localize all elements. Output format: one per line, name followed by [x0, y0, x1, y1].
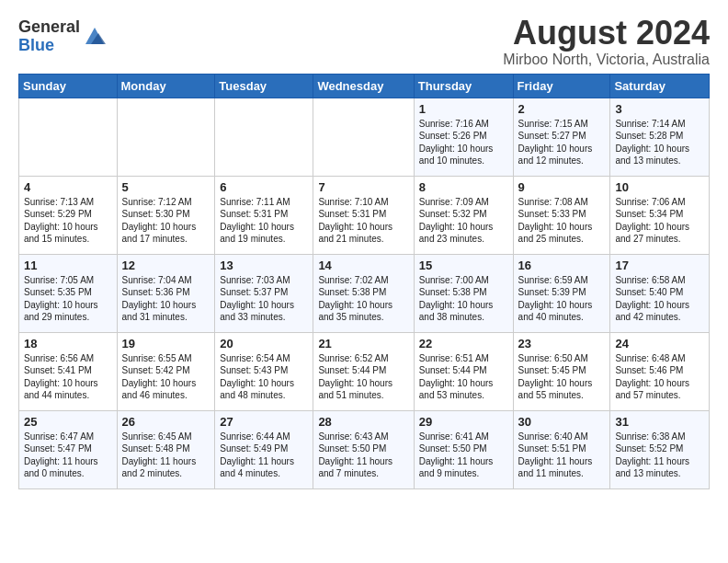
calendar-cell: [117, 98, 215, 176]
calendar-cell: 11Sunrise: 7:05 AM Sunset: 5:35 PM Dayli…: [19, 254, 118, 332]
calendar-cell: 17Sunrise: 6:58 AM Sunset: 5:40 PM Dayli…: [610, 254, 710, 332]
calendar-cell: 15Sunrise: 7:00 AM Sunset: 5:38 PM Dayli…: [414, 254, 513, 332]
day-info: Sunrise: 7:14 AM Sunset: 5:28 PM Dayligh…: [615, 119, 689, 167]
logo-blue: Blue: [18, 37, 80, 55]
logo: General Blue: [18, 18, 108, 55]
day-number: 28: [318, 415, 408, 429]
day-info: Sunrise: 6:55 AM Sunset: 5:42 PM Dayligh…: [122, 353, 197, 401]
header-cell-saturday: Saturday: [610, 74, 710, 98]
calendar-cell: 5Sunrise: 7:12 AM Sunset: 5:30 PM Daylig…: [117, 176, 215, 254]
calendar-cell: 28Sunrise: 6:43 AM Sunset: 5:50 PM Dayli…: [313, 410, 414, 488]
day-info: Sunrise: 7:12 AM Sunset: 5:30 PM Dayligh…: [122, 197, 197, 245]
day-info: Sunrise: 6:41 AM Sunset: 5:50 PM Dayligh…: [419, 431, 494, 479]
day-number: 25: [24, 415, 112, 429]
calendar-body: 1Sunrise: 7:16 AM Sunset: 5:26 PM Daylig…: [19, 98, 710, 488]
day-info: Sunrise: 6:56 AM Sunset: 5:41 PM Dayligh…: [24, 353, 98, 401]
day-number: 4: [24, 180, 112, 194]
calendar-week-4: 18Sunrise: 6:56 AM Sunset: 5:41 PM Dayli…: [19, 332, 710, 410]
day-number: 20: [220, 337, 308, 350]
day-info: Sunrise: 6:50 AM Sunset: 5:45 PM Dayligh…: [518, 353, 593, 401]
day-number: 21: [318, 337, 408, 350]
calendar-cell: 2Sunrise: 7:15 AM Sunset: 5:27 PM Daylig…: [513, 98, 610, 176]
day-number: 9: [518, 180, 606, 194]
day-info: Sunrise: 7:15 AM Sunset: 5:27 PM Dayligh…: [518, 119, 593, 167]
day-info: Sunrise: 6:58 AM Sunset: 5:40 PM Dayligh…: [615, 275, 689, 323]
calendar-cell: 1Sunrise: 7:16 AM Sunset: 5:26 PM Daylig…: [414, 98, 513, 176]
logo-general: General: [18, 18, 80, 37]
calendar-cell: 19Sunrise: 6:55 AM Sunset: 5:42 PM Dayli…: [117, 332, 215, 410]
day-info: Sunrise: 6:45 AM Sunset: 5:48 PM Dayligh…: [122, 431, 197, 479]
day-info: Sunrise: 7:09 AM Sunset: 5:32 PM Dayligh…: [419, 197, 494, 245]
day-info: Sunrise: 7:13 AM Sunset: 5:29 PM Dayligh…: [24, 197, 98, 245]
day-number: 6: [220, 180, 308, 194]
day-info: Sunrise: 7:05 AM Sunset: 5:35 PM Dayligh…: [24, 275, 98, 323]
calendar-cell: 30Sunrise: 6:40 AM Sunset: 5:51 PM Dayli…: [513, 410, 610, 488]
day-info: Sunrise: 6:38 AM Sunset: 5:52 PM Dayligh…: [615, 431, 689, 479]
calendar-cell: 20Sunrise: 6:54 AM Sunset: 5:43 PM Dayli…: [215, 332, 313, 410]
calendar-table: SundayMondayTuesdayWednesdayThursdayFrid…: [18, 74, 710, 489]
day-info: Sunrise: 6:43 AM Sunset: 5:50 PM Dayligh…: [318, 431, 392, 479]
day-number: 1: [419, 102, 508, 116]
day-info: Sunrise: 7:10 AM Sunset: 5:31 PM Dayligh…: [318, 197, 392, 245]
day-info: Sunrise: 6:47 AM Sunset: 5:47 PM Dayligh…: [24, 431, 98, 479]
day-number: 22: [419, 337, 508, 350]
header-cell-thursday: Thursday: [414, 74, 513, 98]
day-number: 17: [615, 259, 704, 272]
calendar-cell: 10Sunrise: 7:06 AM Sunset: 5:34 PM Dayli…: [610, 176, 710, 254]
day-number: 14: [318, 259, 408, 272]
day-number: 16: [518, 259, 606, 272]
day-number: 23: [518, 337, 606, 350]
day-number: 27: [220, 415, 308, 429]
day-number: 7: [318, 180, 408, 194]
calendar-cell: 14Sunrise: 7:02 AM Sunset: 5:38 PM Dayli…: [313, 254, 414, 332]
day-info: Sunrise: 6:54 AM Sunset: 5:43 PM Dayligh…: [220, 353, 294, 401]
day-info: Sunrise: 7:08 AM Sunset: 5:33 PM Dayligh…: [518, 197, 593, 245]
day-number: 15: [419, 259, 508, 272]
calendar-week-1: 1Sunrise: 7:16 AM Sunset: 5:26 PM Daylig…: [19, 98, 710, 176]
day-number: 10: [615, 180, 704, 194]
day-number: 29: [419, 415, 508, 429]
header-cell-wednesday: Wednesday: [313, 74, 414, 98]
day-number: 24: [615, 337, 704, 350]
calendar-cell: 9Sunrise: 7:08 AM Sunset: 5:33 PM Daylig…: [513, 176, 610, 254]
day-info: Sunrise: 7:03 AM Sunset: 5:37 PM Dayligh…: [220, 275, 294, 323]
calendar-cell: 16Sunrise: 6:59 AM Sunset: 5:39 PM Dayli…: [513, 254, 610, 332]
calendar-cell: 12Sunrise: 7:04 AM Sunset: 5:36 PM Dayli…: [117, 254, 215, 332]
calendar-cell: 31Sunrise: 6:38 AM Sunset: 5:52 PM Dayli…: [610, 410, 710, 488]
calendar-cell: 23Sunrise: 6:50 AM Sunset: 5:45 PM Dayli…: [513, 332, 610, 410]
calendar-cell: 6Sunrise: 7:11 AM Sunset: 5:31 PM Daylig…: [215, 176, 313, 254]
day-number: 18: [24, 337, 112, 350]
calendar-cell: 7Sunrise: 7:10 AM Sunset: 5:31 PM Daylig…: [313, 176, 414, 254]
day-info: Sunrise: 6:59 AM Sunset: 5:39 PM Dayligh…: [518, 275, 593, 323]
day-number: 30: [518, 415, 606, 429]
day-info: Sunrise: 7:16 AM Sunset: 5:26 PM Dayligh…: [419, 119, 494, 167]
calendar-cell: 18Sunrise: 6:56 AM Sunset: 5:41 PM Dayli…: [19, 332, 118, 410]
day-info: Sunrise: 6:51 AM Sunset: 5:44 PM Dayligh…: [419, 353, 494, 401]
header-cell-tuesday: Tuesday: [215, 74, 313, 98]
calendar-cell: [313, 98, 414, 176]
day-info: Sunrise: 7:04 AM Sunset: 5:36 PM Dayligh…: [122, 275, 197, 323]
header-cell-friday: Friday: [513, 74, 610, 98]
day-number: 13: [220, 259, 308, 272]
day-number: 8: [419, 180, 508, 194]
day-number: 2: [518, 102, 606, 116]
day-info: Sunrise: 6:44 AM Sunset: 5:49 PM Dayligh…: [220, 431, 294, 479]
day-info: Sunrise: 7:06 AM Sunset: 5:34 PM Dayligh…: [615, 197, 689, 245]
calendar-cell: 21Sunrise: 6:52 AM Sunset: 5:44 PM Dayli…: [313, 332, 414, 410]
calendar-cell: 29Sunrise: 6:41 AM Sunset: 5:50 PM Dayli…: [414, 410, 513, 488]
header-cell-monday: Monday: [117, 74, 215, 98]
day-number: 3: [615, 102, 704, 116]
calendar-subtitle: Mirboo North, Victoria, Australia: [503, 52, 710, 68]
day-info: Sunrise: 6:52 AM Sunset: 5:44 PM Dayligh…: [318, 353, 392, 401]
day-number: 31: [615, 415, 704, 429]
calendar-cell: [215, 98, 313, 176]
calendar-week-5: 25Sunrise: 6:47 AM Sunset: 5:47 PM Dayli…: [19, 410, 710, 488]
day-info: Sunrise: 6:40 AM Sunset: 5:51 PM Dayligh…: [518, 431, 593, 479]
calendar-cell: 3Sunrise: 7:14 AM Sunset: 5:28 PM Daylig…: [610, 98, 710, 176]
day-number: 19: [122, 337, 210, 350]
logo-icon: [82, 24, 108, 50]
calendar-cell: 26Sunrise: 6:45 AM Sunset: 5:48 PM Dayli…: [117, 410, 215, 488]
calendar-cell: 27Sunrise: 6:44 AM Sunset: 5:49 PM Dayli…: [215, 410, 313, 488]
calendar-cell: 4Sunrise: 7:13 AM Sunset: 5:29 PM Daylig…: [19, 176, 118, 254]
day-info: Sunrise: 7:00 AM Sunset: 5:38 PM Dayligh…: [419, 275, 494, 323]
